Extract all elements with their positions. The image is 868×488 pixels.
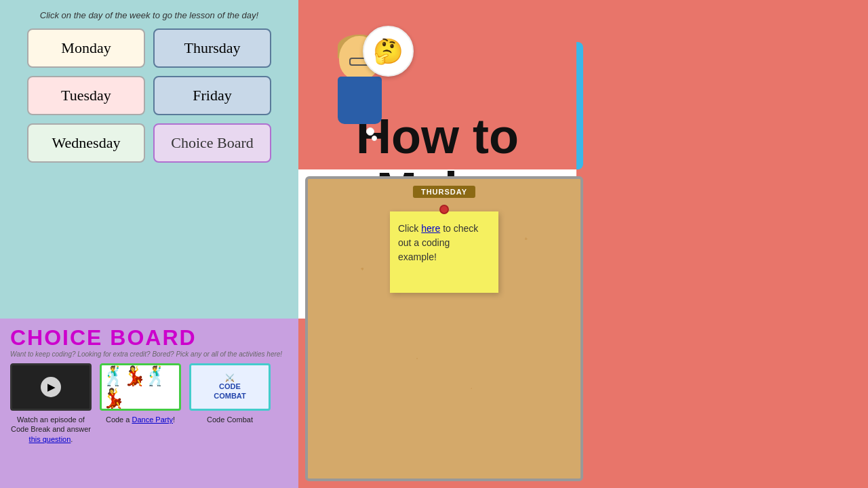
choice-item-code-break: ▶ Watch an episode of Code Break and ans… — [10, 363, 92, 444]
thinking-emoji-bubble: 🤔 — [363, 26, 414, 77]
code-combat-logo: ⚔️CODECOMBAT — [214, 373, 245, 401]
corkboard-section: THURSDAY Click here to check out a codin… — [305, 176, 583, 481]
dance-party-thumbnail[interactable]: 🕺💃🕺💃 — [100, 363, 181, 411]
wednesday-button[interactable]: Wednesday — [27, 123, 145, 163]
choice-board-subtitle: Want to keep coding? Looking for extra c… — [10, 350, 288, 358]
sticky-here-link[interactable]: here — [421, 223, 440, 234]
play-icon: ▶ — [41, 377, 61, 397]
choice-board-section: CHOICE BOARD Want to keep coding? Lookin… — [0, 319, 298, 488]
day-grid: Monday Thursday Tuesday Friday Wednesday… — [14, 28, 285, 163]
pushpin-icon — [439, 205, 449, 214]
code-break-link[interactable]: this question — [29, 435, 71, 443]
choice-item-dance-party: 🕺💃🕺💃 Code a Dance Party! — [100, 363, 181, 444]
thursday-button[interactable]: Thursday — [153, 28, 271, 68]
thought-dot-large — [366, 127, 374, 136]
wednesday-section: WEDNESDAY 🤔 — [305, 7, 414, 169]
sticky-text-before: Click — [398, 223, 421, 234]
avatar-thinking: 🤔 — [312, 26, 407, 148]
thursday-label: THURSDAY — [413, 186, 475, 198]
choice-board-title: CHOICE BOARD — [10, 325, 288, 350]
code-break-text: Watch an episode of Code Break and answe… — [10, 415, 92, 444]
thinking-emoji-icon: 🤔 — [373, 37, 403, 66]
code-combat-text: Code Combat — [207, 415, 253, 424]
thought-dot-small — [372, 136, 377, 141]
choice-item-code-combat: ⚔️CODECOMBAT Code Combat — [189, 363, 271, 444]
choice-board-button[interactable]: Choice Board — [153, 123, 271, 163]
friday-button[interactable]: Friday — [153, 76, 271, 115]
left-panel: Click on the day of the week to go the l… — [0, 0, 298, 488]
instruction-text: Click on the day of the week to go the l… — [40, 10, 258, 20]
dance-party-link[interactable]: Dance Party — [132, 415, 173, 424]
dance-figures-icon: 🕺💃🕺💃 — [102, 365, 179, 409]
choice-items-list: ▶ Watch an episode of Code Break and ans… — [10, 363, 288, 444]
code-break-thumbnail[interactable]: ▶ — [10, 363, 92, 411]
corkboard-inner: THURSDAY Click here to check out a codin… — [308, 179, 580, 479]
tuesday-button[interactable]: Tuesday — [27, 76, 145, 115]
monday-button[interactable]: Monday — [27, 28, 145, 68]
dance-party-text: Code a Dance Party! — [106, 415, 175, 424]
code-combat-thumbnail[interactable]: ⚔️CODECOMBAT — [189, 363, 271, 411]
sticky-note: Click here to check out a coding example… — [390, 211, 498, 293]
avatar-body — [338, 77, 382, 124]
